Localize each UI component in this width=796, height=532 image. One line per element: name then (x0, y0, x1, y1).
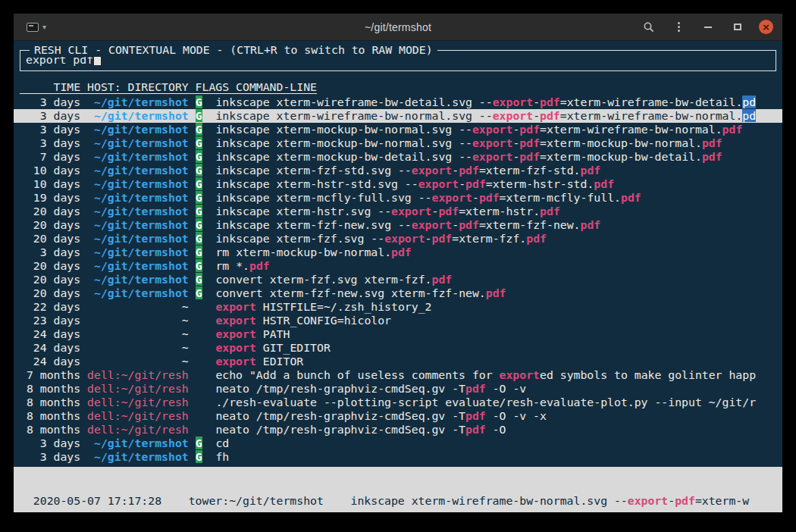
search-button[interactable] (641, 19, 657, 36)
row-flag-badge: G (196, 450, 202, 463)
row-truncation-marker: pd (742, 109, 756, 122)
row-command: ./resh-evaluate --plotting-script evalua… (215, 396, 756, 408)
row-host-directory: ~/git/termshot (87, 136, 189, 149)
row-flag-badge: G (196, 191, 202, 204)
row-host-directory: ~/git/termshot (87, 437, 189, 449)
row-command: neato /tmp/resh-graphviz-cmdSeq.gv -Tpdf… (215, 382, 526, 395)
history-row[interactable]: 20 days ~/git/termshot G inkscape xterm-… (14, 232, 782, 246)
history-list: 3 days ~/git/termshot G inkscape xterm-w… (20, 95, 776, 464)
row-host-directory: ~/git/termshot (87, 450, 189, 463)
history-row[interactable]: 10 days ~/git/termshot G inkscape xterm-… (14, 164, 782, 177)
history-row[interactable]: 10 days ~/git/termshot G inkscape xterm-… (14, 177, 782, 191)
row-truncation-marker: pd (742, 95, 756, 108)
history-row[interactable]: 20 days ~/git/termshot G convert xterm-f… (14, 286, 782, 300)
menu-button[interactable] (670, 19, 687, 36)
row-time: 7 days (20, 150, 80, 163)
row-flag-badge: G (196, 109, 202, 122)
row-host-directory: dell:~/git/resh (87, 409, 189, 422)
close-button[interactable]: × (759, 20, 773, 34)
row-flag-badge: G (196, 95, 202, 108)
history-row[interactable]: 8 months dell:~/git/resh ./resh-evaluate… (14, 396, 782, 409)
history-row[interactable]: 20 days ~/git/termshot G convert xterm-f… (14, 273, 782, 286)
row-time: 3 days (20, 123, 80, 136)
history-row[interactable]: 3 days ~/git/termshot G rm xterm-mockup-… (14, 246, 782, 259)
row-host-directory: ~ (87, 355, 189, 368)
history-row[interactable]: 20 days ~/git/termshot G inkscape xterm-… (14, 218, 782, 232)
history-row[interactable]: 3 days ~/git/termshot G fh (14, 450, 782, 464)
titlebar-right: × (599, 19, 773, 36)
new-tab-button[interactable]: ▾ (23, 20, 50, 34)
history-row[interactable]: 22 days ~ export HISTFILE=~/.zsh_history… (14, 300, 782, 314)
row-host-directory: dell:~/git/resh (87, 368, 189, 381)
row-host-directory: ~/git/termshot (87, 95, 189, 108)
history-row[interactable]: 3 days ~/git/termshot G inkscape xterm-m… (14, 123, 782, 136)
minimize-icon (704, 27, 712, 28)
history-row[interactable]: 7 days ~/git/termshot G inkscape xterm-m… (14, 150, 782, 164)
history-row[interactable]: 3 days ~/git/termshot G inkscape xterm-w… (14, 95, 782, 109)
row-host-directory: dell:~/git/resh (87, 382, 189, 395)
row-host-directory: ~ (87, 341, 189, 354)
search-icon (643, 21, 655, 33)
row-host-directory: ~/git/termshot (87, 246, 189, 258)
history-row[interactable]: 20 days ~/git/termshot G inkscape xterm-… (14, 205, 782, 218)
minimize-button[interactable] (700, 19, 716, 36)
row-command: rm *.pdf (215, 259, 269, 272)
history-row[interactable]: 7 months dell:~/git/resh echo "Add a bun… (14, 368, 782, 382)
window-title: ~/git/termshot (197, 21, 599, 33)
history-row-selected[interactable]: 3 days ~/git/termshot G inkscape xterm-w… (14, 109, 782, 123)
history-row[interactable]: 23 days ~ export HSTR_CONFIG=hicolor (14, 314, 782, 327)
row-command: inkscape xterm-mockup-bw-detail.svg --ex… (215, 150, 722, 163)
row-command: inkscape xterm-hstr-std.svg --export-pdf… (215, 177, 614, 190)
row-flag-badge: G (196, 136, 202, 149)
row-time: 3 days (20, 450, 80, 463)
history-row[interactable]: 8 months dell:~/git/resh neato /tmp/resh… (14, 382, 782, 396)
row-host-directory: ~/git/termshot (87, 205, 189, 217)
row-time: 3 days (20, 95, 80, 108)
terminal-icon (27, 23, 39, 32)
row-host-directory: ~ (87, 327, 189, 340)
row-flag-badge: G (196, 205, 202, 217)
history-row[interactable]: 8 months dell:~/git/resh neato /tmp/resh… (14, 409, 782, 423)
row-time: 10 days (20, 164, 80, 177)
row-command: export EDITOR (215, 355, 303, 368)
history-row[interactable]: 20 days ~/git/termshot G rm *.pdf (14, 259, 782, 273)
row-time: 3 days (20, 246, 80, 258)
detail-line1: 2020-05-07 17:17:28 tower:~/git/termshot… (20, 494, 776, 508)
history-row[interactable]: 19 days ~/git/termshot G inkscape xterm-… (14, 191, 782, 205)
row-flag-badge: G (196, 286, 202, 299)
history-row[interactable]: 8 months dell:~/git/resh neato /tmp/resh… (14, 423, 782, 437)
row-command: export HSTR_CONFIG=hicolor (215, 314, 391, 327)
row-time: 20 days (20, 232, 80, 245)
row-time: 8 months (20, 396, 80, 408)
row-time: 10 days (20, 177, 80, 190)
chevron-down-icon: ▾ (42, 23, 46, 31)
row-flag-badge: G (196, 150, 202, 163)
row-command: neato /tmp/resh-graphviz-cmdSeq.gv -Tpdf… (215, 409, 547, 422)
row-command: inkscape xterm-mockup-bw-normal.svg --ex… (215, 123, 742, 136)
row-time: 3 days (20, 109, 80, 122)
titlebar[interactable]: ▾ ~/git/termshot (14, 14, 782, 41)
row-time: 20 days (20, 259, 80, 272)
row-flag-badge: G (196, 177, 202, 190)
row-time: 20 days (20, 286, 80, 299)
history-row[interactable]: 3 days ~/git/termshot G inkscape xterm-m… (14, 136, 782, 150)
row-command: inkscape xterm-mockup-bw-normal.svg --ex… (215, 136, 722, 149)
history-row[interactable]: 24 days ~ export PATH (14, 327, 782, 341)
row-flag-badge: G (196, 232, 202, 245)
search-box-title: RESH CLI - CONTEXTUAL MODE - (CTRL+R to … (30, 43, 437, 57)
row-command: convert xterm-fzf-new.svg xterm-fzf-new.… (215, 286, 506, 299)
row-time: 8 months (20, 409, 80, 422)
history-row[interactable]: 24 days ~ export GIT_EDITOR (14, 341, 782, 355)
row-time: 20 days (20, 273, 80, 286)
history-row[interactable]: 3 days ~/git/termshot G cd (14, 437, 782, 450)
row-time: 19 days (20, 191, 80, 204)
history-row[interactable]: 24 days ~ export EDITOR (14, 355, 782, 368)
row-command: convert xterm-fzf.svg xterm-fzf.pdf (215, 273, 452, 286)
restore-button[interactable] (729, 19, 746, 36)
row-command: echo "Add a bunch of useless comments fo… (215, 368, 756, 381)
terminal-window: ▾ ~/git/termshot (14, 14, 782, 512)
row-flag-badge: G (196, 259, 202, 272)
kebab-menu-icon (678, 22, 680, 32)
row-flag-badge: G (196, 273, 202, 286)
row-command: inkscape xterm-fzf.svg --export-pdf=xter… (215, 232, 547, 245)
